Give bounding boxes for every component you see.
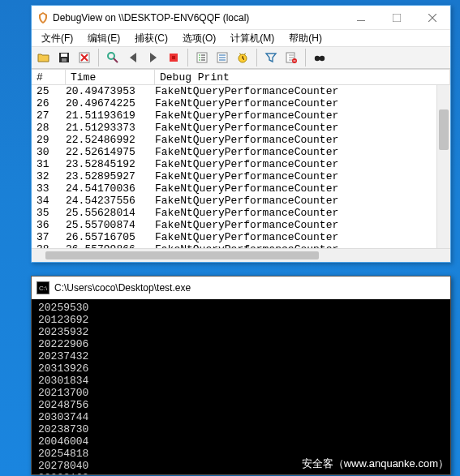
titlebar[interactable]: DebugView on \\DESKTOP-ENV6QQF (local) bbox=[32, 6, 450, 30]
toolbar-separator bbox=[98, 49, 99, 66]
console-line: 20259530 bbox=[38, 302, 444, 314]
cell-num: 30 bbox=[32, 146, 66, 158]
console-line: 20222906 bbox=[38, 338, 444, 350]
app-icon bbox=[37, 11, 49, 24]
cell-print: FakeNtQueryPerformanceCounter bbox=[155, 231, 436, 243]
cell-time: 24.54237556 bbox=[66, 195, 155, 207]
table-row[interactable]: 3625.55700874FakeNtQueryPerformanceCount… bbox=[32, 219, 436, 231]
cell-print: FakeNtQueryPerformanceCounter bbox=[155, 182, 436, 195]
capture-icon[interactable] bbox=[165, 49, 183, 66]
find-icon[interactable] bbox=[104, 49, 122, 66]
clear-icon[interactable] bbox=[282, 49, 300, 66]
binoculars-icon[interactable] bbox=[311, 49, 329, 66]
svg-rect-1 bbox=[393, 14, 401, 22]
cell-time: 24.54170036 bbox=[66, 182, 155, 195]
cell-print: FakeNtQueryPerformanceCounter bbox=[155, 97, 436, 109]
cell-print: FakeNtQueryPerformanceCounter bbox=[155, 243, 436, 248]
close-button[interactable] bbox=[415, 6, 450, 29]
cell-print: FakeNtQueryPerformanceCounter bbox=[155, 146, 436, 158]
table-row[interactable]: 2721.51193619FakeNtQueryPerformanceCount… bbox=[32, 109, 436, 122]
table-row[interactable]: 3726.55716705FakeNtQueryPerformanceCount… bbox=[32, 231, 436, 243]
menu-help[interactable]: 帮助(H) bbox=[282, 31, 329, 46]
toolbar-separator bbox=[305, 49, 306, 66]
cell-num: 33 bbox=[32, 182, 66, 195]
watermark: 安全客（www.anquanke.com） bbox=[302, 457, 449, 471]
console-line: 20237432 bbox=[38, 350, 444, 362]
prev-icon[interactable] bbox=[124, 49, 142, 66]
table-row[interactable]: 3525.55628014FakeNtQueryPerformanceCount… bbox=[32, 207, 436, 219]
svg-rect-16 bbox=[318, 57, 321, 59]
col-time[interactable]: Time bbox=[66, 70, 155, 84]
cell-num: 27 bbox=[32, 109, 66, 122]
console-titlebar[interactable]: C:\ C:\Users\coco\Desktop\test.exe bbox=[32, 277, 450, 299]
cell-num: 35 bbox=[32, 207, 66, 219]
maximize-button[interactable] bbox=[379, 6, 415, 29]
next-icon[interactable] bbox=[144, 49, 162, 66]
cell-print: FakeNtQueryPerformanceCounter bbox=[155, 122, 436, 134]
table-row[interactable]: 3123.52845192FakeNtQueryPerformanceCount… bbox=[32, 158, 436, 170]
table-row[interactable]: 2520.49473953FakeNtQueryPerformanceCount… bbox=[32, 85, 436, 97]
console-line: 20301834 bbox=[38, 375, 444, 387]
cell-print: FakeNtQueryPerformanceCounter bbox=[155, 85, 436, 97]
cell-time: 25.55700874 bbox=[66, 219, 155, 231]
console-body[interactable]: 2025953020123692202359322022290620237432… bbox=[32, 299, 450, 474]
menubar: 文件(F) 编辑(E) 捕获(C) 选项(O) 计算机(M) 帮助(H) bbox=[32, 30, 450, 46]
clock-icon[interactable] bbox=[234, 49, 251, 66]
cell-print: FakeNtQueryPerformanceCounter bbox=[155, 158, 436, 170]
scroll-thumb[interactable] bbox=[45, 251, 319, 259]
menu-options[interactable]: 选项(O) bbox=[176, 31, 222, 46]
table-body: 2520.49473953FakeNtQueryPerformanceCount… bbox=[32, 85, 450, 248]
table-row[interactable]: 3324.54170036FakeNtQueryPerformanceCount… bbox=[32, 182, 436, 195]
table-row[interactable]: 2821.51293373FakeNtQueryPerformanceCount… bbox=[32, 122, 436, 134]
cell-time: 25.55628014 bbox=[66, 207, 155, 219]
history-icon[interactable] bbox=[213, 49, 231, 66]
cell-print: FakeNtQueryPerformanceCounter bbox=[155, 134, 436, 146]
cell-time: 23.52845192 bbox=[66, 158, 155, 170]
funnel-icon[interactable] bbox=[262, 49, 280, 66]
cell-num: 36 bbox=[32, 219, 66, 231]
cell-print: FakeNtQueryPerformanceCounter bbox=[155, 170, 436, 182]
cell-num: 34 bbox=[32, 195, 66, 207]
save-icon[interactable] bbox=[55, 49, 73, 66]
cell-time: 21.51193619 bbox=[66, 109, 155, 122]
cell-print: FakeNtQueryPerformanceCounter bbox=[155, 207, 436, 219]
cell-num: 26 bbox=[32, 97, 66, 109]
toolbar-separator bbox=[187, 49, 188, 66]
console-line: 20238730 bbox=[38, 423, 444, 435]
svg-point-6 bbox=[108, 53, 114, 59]
col-print[interactable]: Debug Print bbox=[155, 70, 450, 84]
table-row[interactable]: 3424.54237556FakeNtQueryPerformanceCount… bbox=[32, 195, 436, 207]
desktop: DebugView on \\DESKTOP-ENV6QQF (local) 文… bbox=[0, 0, 460, 476]
menu-capture[interactable]: 捕获(C) bbox=[128, 31, 174, 46]
svg-rect-3 bbox=[61, 54, 67, 57]
cell-num: 28 bbox=[32, 122, 66, 134]
menu-computer[interactable]: 计算机(M) bbox=[224, 31, 281, 46]
svg-rect-8 bbox=[172, 56, 175, 59]
checklist-icon[interactable] bbox=[193, 49, 211, 66]
x-log-icon[interactable] bbox=[75, 49, 93, 66]
cell-print: FakeNtQueryPerformanceCounter bbox=[155, 195, 436, 207]
minimize-button[interactable] bbox=[343, 6, 379, 29]
menu-file[interactable]: 文件(F) bbox=[35, 31, 80, 46]
table-row[interactable]: 3223.52895927FakeNtQueryPerformanceCount… bbox=[32, 170, 436, 182]
cell-time: 20.49473953 bbox=[66, 85, 155, 97]
col-num[interactable]: # bbox=[32, 70, 66, 84]
open-icon[interactable] bbox=[35, 49, 53, 66]
cell-time: 22.52614975 bbox=[66, 146, 155, 158]
table-rows[interactable]: 2520.49473953FakeNtQueryPerformanceCount… bbox=[32, 85, 436, 248]
table-header: # Time Debug Print bbox=[32, 69, 450, 85]
svg-rect-0 bbox=[357, 20, 365, 21]
horizontal-scrollbar[interactable] bbox=[32, 248, 450, 262]
console-line: 20213700 bbox=[38, 387, 444, 399]
cell-num: 29 bbox=[32, 134, 66, 146]
vertical-scrollbar[interactable] bbox=[436, 85, 450, 248]
cell-time: 22.52486992 bbox=[66, 134, 155, 146]
table-row[interactable]: 3022.52614975FakeNtQueryPerformanceCount… bbox=[32, 146, 436, 158]
table-row[interactable]: 2922.52486992FakeNtQueryPerformanceCount… bbox=[32, 134, 436, 146]
console-line: 20046004 bbox=[38, 435, 444, 448]
console-line: 20235932 bbox=[38, 326, 444, 338]
scroll-thumb[interactable] bbox=[439, 109, 449, 150]
table-row[interactable]: 2620.49674225FakeNtQueryPerformanceCount… bbox=[32, 97, 436, 109]
menu-edit[interactable]: 编辑(E) bbox=[81, 31, 127, 46]
table-row[interactable]: 3826.55799866FakeNtQueryPerformanceCount… bbox=[32, 243, 436, 248]
